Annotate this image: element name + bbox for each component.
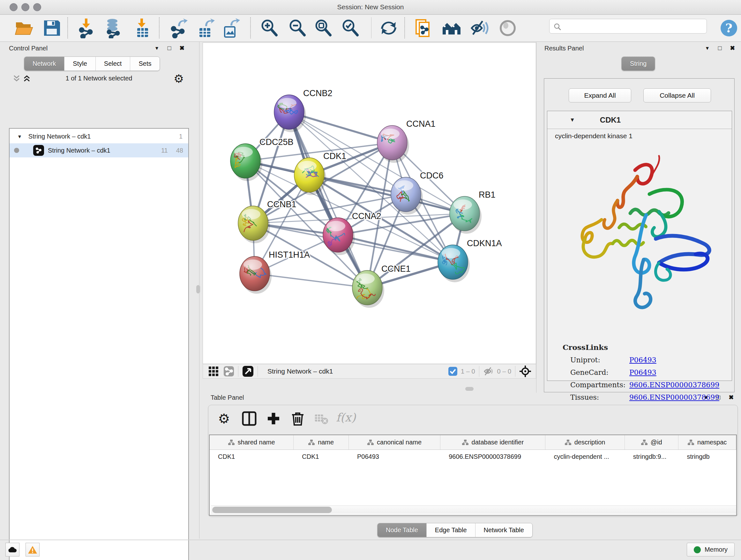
node-HIST1H1A[interactable]: HIST1H1A — [240, 250, 310, 294]
column-header-canonical-name[interactable]: canonical name — [349, 435, 441, 449]
zoom-out-icon[interactable] — [287, 18, 308, 38]
column-header-@id[interactable]: @id — [625, 435, 679, 449]
table-horizontal-scrollbar[interactable] — [211, 505, 736, 514]
tab-string[interactable]: String — [622, 57, 655, 71]
export-table-icon[interactable] — [196, 18, 216, 38]
node-CDC6[interactable]: CDC6 — [391, 171, 444, 214]
share-document-icon[interactable] — [414, 18, 434, 38]
node-CDKN1A[interactable]: CDKN1A — [438, 239, 502, 282]
collapse-all-button[interactable]: Collapse All — [643, 88, 711, 103]
scrollbar-thumb[interactable] — [212, 507, 332, 513]
panel-float-icon[interactable]: □ — [717, 394, 720, 400]
left-splitter-handle[interactable] — [196, 285, 200, 294]
crosslink-compartments-link[interactable]: 9606.ENSP00000378699 — [629, 381, 719, 389]
table-options-gear-icon[interactable]: ⚙ — [218, 411, 233, 426]
crosslink-genecard-link[interactable]: P06493 — [629, 368, 657, 376]
tab-style[interactable]: Style — [64, 57, 95, 71]
open-session-icon[interactable] — [14, 18, 35, 38]
tab-select[interactable]: Select — [96, 57, 131, 71]
cell-1[interactable]: CDK1 — [293, 450, 349, 463]
grid-view-icon[interactable] — [208, 366, 219, 377]
horizontal-splitter-handle[interactable] — [465, 387, 474, 391]
export-image-icon[interactable] — [221, 18, 241, 38]
warning-button[interactable] — [25, 543, 40, 557]
zoom-in-icon[interactable] — [259, 18, 280, 38]
network-collection-row[interactable]: ▼ String Network – cdk1 1 — [10, 129, 188, 143]
table-header-row: shared namenamecanonical namedatabase id… — [210, 435, 736, 450]
network-row-selected[interactable]: String Network – cdk1 11 48 — [10, 143, 188, 158]
panel-close-icon[interactable]: ✖ — [179, 45, 185, 51]
panel-close-icon[interactable]: ✖ — [729, 394, 734, 400]
window-title: Session: New Session — [0, 3, 741, 11]
expand-all-button[interactable]: Expand All — [569, 88, 631, 103]
network-canvas[interactable]: CCNB2CCNA1CDC25BCDK1CDC6RB1CCNB1CCNA2HIS… — [203, 43, 536, 364]
expand-all-chevron-icon[interactable] — [23, 74, 30, 83]
cell-2[interactable]: P06493 — [349, 450, 441, 463]
node-table-box: ⚙ f(x) shared namenamecanonical namedata… — [208, 405, 738, 516]
cell-3[interactable]: 9606.ENSP00000378699 — [441, 450, 545, 463]
zoom-fit-icon[interactable] — [313, 18, 333, 38]
zoom-selected-icon[interactable] — [340, 18, 360, 38]
column-header-shared-name[interactable]: shared name — [210, 435, 293, 449]
tab-edge-table[interactable]: Edge Table — [427, 523, 475, 537]
help-icon[interactable]: ? — [719, 18, 739, 38]
panel-collapse-icon[interactable]: ▼ — [154, 46, 159, 51]
table-panel: Table Panel ▼ □ ✖ ⚙ f(x) shared namename… — [203, 393, 741, 540]
hide-panel-eye-icon[interactable] — [468, 18, 489, 38]
control-panel: Control Panel ▼ □ ✖ Network Style Select… — [0, 42, 199, 539]
cell-5[interactable]: stringdb:9... — [625, 450, 679, 463]
selected-counts: 1 – 0 — [461, 368, 475, 375]
tab-network-table[interactable]: Network Table — [475, 523, 532, 537]
panel-float-icon[interactable]: □ — [167, 45, 171, 51]
memory-button[interactable]: Memory — [687, 543, 735, 557]
string-home-icon[interactable] — [441, 18, 462, 38]
protein-expand-icon[interactable]: ▼ — [569, 117, 575, 123]
crosslink-uniprot-link[interactable]: P06493 — [629, 356, 657, 364]
string-network-graph[interactable]: CCNB2CCNA1CDC25BCDK1CDC6RB1CCNB1CCNA2HIS… — [203, 43, 536, 364]
tab-node-table[interactable]: Node Table — [378, 523, 427, 537]
node-CCNE1[interactable]: CCNE1 — [352, 264, 411, 308]
column-header-name[interactable]: name — [293, 435, 349, 449]
share-view-icon[interactable] — [223, 366, 234, 377]
crosslink-label: Uniprot: — [570, 356, 629, 364]
edge-CCNA2-CDKN1A[interactable] — [338, 235, 453, 262]
birds-eye-view-icon[interactable] — [242, 366, 254, 377]
node-RB1[interactable]: RB1 — [450, 190, 495, 234]
cloud-button[interactable] — [5, 543, 19, 557]
column-header-namespac[interactable]: namespac — [678, 435, 736, 449]
network-options-gear-icon[interactable]: ⚙ — [174, 72, 184, 85]
function-builder-icon[interactable]: f(x) — [336, 411, 351, 426]
selected-checkbox-icon[interactable] — [448, 367, 458, 376]
hidden-eye-icon[interactable] — [483, 367, 494, 376]
cell-6[interactable]: stringdb — [678, 450, 736, 463]
refresh-icon[interactable] — [379, 18, 399, 38]
cell-0[interactable]: CDK1 — [210, 450, 293, 463]
add-column-icon[interactable] — [266, 411, 281, 426]
tab-sets[interactable]: Sets — [130, 57, 159, 71]
save-session-icon[interactable] — [42, 18, 62, 38]
search-input[interactable] — [563, 20, 704, 32]
clear-table-icon[interactable] — [314, 411, 328, 426]
show-columns-icon[interactable] — [242, 411, 257, 426]
crosshair-icon[interactable] — [519, 365, 531, 377]
collection-expand-icon[interactable]: ▼ — [17, 134, 22, 139]
protein-header[interactable]: ▼ CDK1 — [547, 111, 732, 129]
panel-collapse-icon[interactable]: ▼ — [704, 395, 709, 400]
panel-close-icon[interactable]: ✖ — [730, 45, 735, 51]
export-network-icon[interactable] — [169, 18, 189, 38]
tab-network[interactable]: Network — [24, 57, 64, 71]
panel-float-icon[interactable]: □ — [718, 45, 722, 51]
column-header-database-identifier[interactable]: database identifier — [441, 435, 545, 449]
column-header-description[interactable]: description — [545, 435, 624, 449]
node-label-CCNA2: CCNA2 — [352, 211, 381, 221]
collapse-all-chevron-icon[interactable] — [13, 74, 20, 83]
panel-collapse-icon[interactable]: ▼ — [705, 46, 710, 51]
cell-4[interactable]: cyclin-dependent ... — [545, 450, 624, 463]
edge-CCNB2-CCNE1[interactable] — [289, 112, 367, 288]
import-network-file-icon[interactable] — [76, 18, 96, 38]
import-table-icon[interactable] — [132, 18, 152, 38]
table-row[interactable]: CDK1CDK1P064939606.ENSP00000378699cyclin… — [210, 450, 736, 463]
import-network-database-icon[interactable] — [103, 18, 123, 38]
gray-eye-icon[interactable] — [497, 18, 518, 38]
delete-column-icon[interactable] — [290, 411, 306, 426]
